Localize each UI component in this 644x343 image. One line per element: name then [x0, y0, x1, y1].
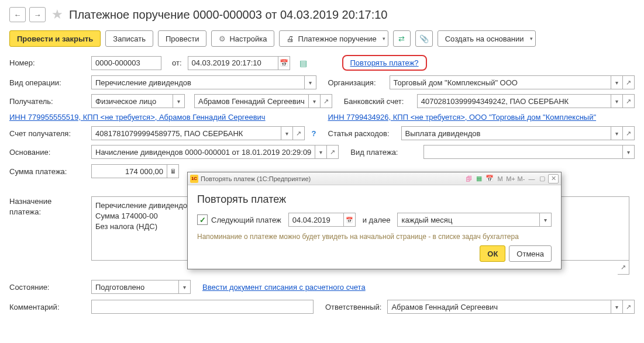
responsible-label: Ответственный: — [325, 303, 381, 311]
expense-label: Статья расходов: — [328, 129, 395, 138]
attachments-button[interactable] — [415, 30, 433, 47]
recipient-open[interactable]: ↗ — [321, 94, 332, 108]
purpose-label: Назначение платежа: — [9, 196, 85, 217]
responsible-dropdown[interactable]: ▾ — [611, 300, 623, 314]
amount-calculator[interactable]: 🖩 — [167, 164, 179, 178]
period-dropdown[interactable]: ▾ — [540, 213, 552, 227]
ok-button[interactable]: ОК — [480, 245, 505, 262]
create-based-on-button[interactable]: Создать на основании — [438, 30, 536, 47]
state-dropdown[interactable]: ▾ — [179, 280, 191, 294]
recipient-account-label: Счет получателя: — [9, 129, 85, 138]
settings-button[interactable]: Настройка — [211, 30, 274, 47]
dialog-hint: Напоминание о платеже можно будет увидет… — [197, 233, 552, 241]
pay-type-dropdown[interactable]: ▾ — [623, 145, 635, 159]
organization-input[interactable]: Торговый дом "Комплексный" ООО — [390, 75, 612, 89]
post-and-close-button[interactable]: Провести и закрыть — [9, 30, 101, 47]
operation-type-label: Вид операции: — [9, 78, 85, 87]
post-button[interactable]: Провести — [158, 30, 207, 47]
period-input[interactable]: каждый месяц — [397, 213, 540, 227]
cancel-button[interactable]: Отмена — [509, 245, 552, 262]
basis-open[interactable]: ↗ — [327, 145, 339, 159]
expense-open[interactable]: ↗ — [623, 126, 635, 140]
expense-input[interactable]: Выплата дивидендов — [401, 126, 612, 140]
pay-type-input[interactable] — [423, 145, 623, 159]
minimize-button[interactable]: — — [527, 174, 536, 183]
tb-grid-icon[interactable]: ▦ — [474, 174, 484, 183]
state-input[interactable]: Подготовлено — [91, 280, 179, 294]
writeoff-link[interactable]: Ввести документ списания с расчетного сч… — [202, 283, 366, 292]
bank-account-input[interactable]: 40702810399994349242, ПАО СБЕРБАНК — [417, 94, 611, 108]
printer-icon — [287, 34, 294, 43]
organization-open[interactable]: ↗ — [623, 75, 635, 89]
amount-input[interactable]: 174 000,00 — [91, 164, 167, 178]
bank-account-dropdown[interactable]: ▾ — [611, 94, 623, 108]
recipient-inn-link[interactable]: ИНН 779955555519, КПП <не требуется>, Аб… — [9, 113, 266, 122]
next-payment-label: Следующий платеж — [211, 216, 281, 224]
next-payment-checkbox[interactable]: ✓ — [197, 214, 208, 225]
date-input[interactable]: 04.03.2019 20:17:10 — [188, 56, 278, 70]
tb-m-button[interactable]: M — [495, 174, 505, 183]
responsible-open[interactable]: ↗ — [623, 300, 635, 314]
swap-icon — [398, 34, 405, 43]
close-button[interactable]: ✕ — [548, 174, 559, 183]
nav-back-button[interactable]: ← — [9, 7, 26, 22]
recipient-input[interactable]: Абрамов Геннадий Сергеевич — [194, 94, 309, 108]
responsible-input[interactable]: Абрамов Геннадий Сергеевич — [387, 300, 611, 314]
page-title: Платежное поручение 0000-000003 от 04.03… — [69, 8, 387, 22]
dialog-titlebar[interactable]: 1C Повторять платеж (1С:Предприятие) 🗐 ▦… — [188, 172, 561, 185]
tb-mplus-button[interactable]: M+ — [506, 174, 515, 183]
number-input[interactable]: 0000-000003 — [91, 56, 161, 70]
date-input-group: 04.03.2019 20:17:10 📅 — [188, 56, 290, 70]
bank-account-label: Банковский счет: — [344, 97, 411, 106]
repeat-payment-link[interactable]: Повторять платеж? — [350, 58, 419, 67]
basis-label: Основание: — [9, 148, 85, 157]
tb-print-icon[interactable]: 🗐 — [464, 174, 473, 183]
recipient-account-help[interactable]: ? — [312, 129, 316, 138]
operation-type-input[interactable]: Перечисление дивидендов — [91, 75, 305, 89]
comment-input[interactable] — [91, 300, 314, 314]
app-logo-icon: 1C — [190, 175, 198, 183]
basis-input[interactable]: Начисление дивидендов 0000-000001 от 18.… — [91, 145, 315, 159]
print-button[interactable]: Платежное поручение — [279, 30, 388, 47]
dialog-heading: Повторять платеж — [197, 193, 552, 206]
calendar-icon: 📅 — [346, 217, 353, 223]
purpose-open[interactable]: ↗ — [618, 261, 629, 275]
operation-type-dropdown[interactable]: ▾ — [305, 75, 316, 89]
tb-calendar-icon[interactable]: 📅 — [485, 174, 494, 183]
swap-button[interactable] — [393, 30, 411, 47]
next-payment-calendar-button[interactable]: 📅 — [344, 213, 356, 227]
tb-mminus-button[interactable]: M- — [516, 174, 526, 183]
bank-account-open[interactable]: ↗ — [623, 94, 635, 108]
org-inn-link[interactable]: ИНН 7799434926, КПП <не требуется>, ООО … — [328, 113, 597, 122]
and-after-label: и далее — [363, 216, 391, 224]
next-payment-date-input[interactable]: 04.04.2019 — [288, 213, 344, 227]
save-button[interactable]: Записать — [105, 30, 153, 47]
recipient-dropdown[interactable]: ▾ — [309, 94, 321, 108]
recipient-type-dropdown[interactable]: ▾ — [173, 94, 185, 108]
comment-label: Комментарий: — [9, 303, 85, 311]
amount-label: Сумма платежа: — [9, 167, 85, 176]
basis-dropdown[interactable]: ▾ — [315, 145, 327, 159]
nav-forward-button[interactable]: → — [29, 7, 46, 22]
expense-dropdown[interactable]: ▾ — [611, 126, 623, 140]
repeat-payment-link-box: Повторять платеж? — [342, 55, 427, 71]
state-label: Состояние: — [9, 283, 85, 292]
favorite-star-icon[interactable]: ★ — [51, 7, 63, 22]
command-bar: Провести и закрыть Записать Провести Нас… — [9, 30, 635, 47]
maximize-button[interactable]: ▢ — [538, 174, 547, 183]
recipient-label: Получатель: — [9, 97, 85, 106]
pay-type-label: Вид платежа: — [350, 148, 418, 157]
recipient-type-input[interactable]: Физическое лицо — [91, 94, 173, 108]
paperclip-icon — [419, 34, 429, 43]
calendar-icon: 📅 — [280, 59, 288, 67]
recipient-account-input[interactable]: 40817810799994589775, ПАО СБЕРБАНК — [91, 126, 281, 140]
recipient-account-dropdown[interactable]: ▾ — [281, 126, 293, 140]
calendar-button[interactable]: 📅 — [278, 56, 290, 70]
organization-dropdown[interactable]: ▾ — [611, 75, 623, 89]
from-label: от: — [172, 58, 182, 67]
status-aux-icon: ▤ — [299, 58, 307, 68]
header-row: ← → ★ Платежное поручение 0000-000003 от… — [9, 7, 635, 22]
repeat-payment-dialog: 1C Повторять платеж (1С:Предприятие) 🗐 ▦… — [187, 172, 562, 269]
gear-icon — [219, 34, 226, 43]
recipient-account-open[interactable]: ↗ — [293, 126, 305, 140]
